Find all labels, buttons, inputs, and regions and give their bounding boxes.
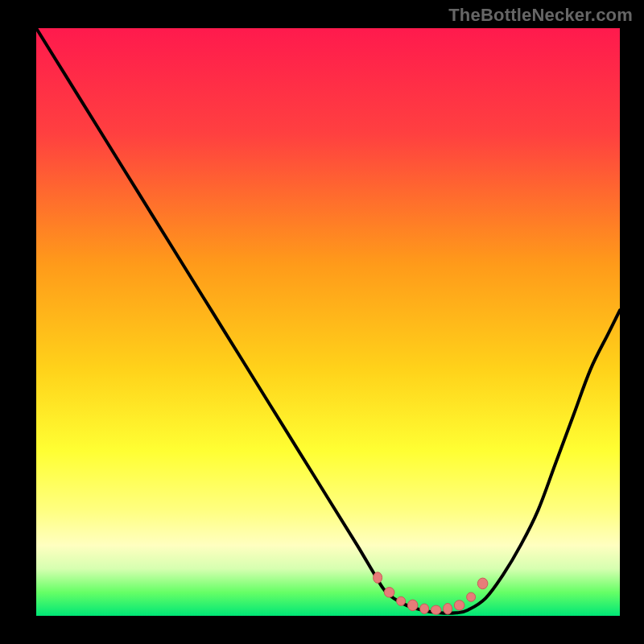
watermark-text: TheBottleNecker.com [448, 5, 633, 26]
trough-marker [431, 605, 441, 614]
trough-marker [420, 604, 429, 613]
bottleneck-plot [0, 0, 644, 644]
chart-frame: TheBottleNecker.com [0, 0, 644, 644]
trough-marker [454, 601, 464, 610]
trough-marker [384, 588, 394, 597]
trough-marker [467, 592, 476, 601]
trough-marker [397, 597, 406, 605]
trough-marker [374, 572, 382, 584]
trough-marker [407, 600, 418, 611]
plot-background [36, 28, 620, 616]
trough-marker [477, 578, 488, 589]
trough-marker [444, 603, 452, 614]
